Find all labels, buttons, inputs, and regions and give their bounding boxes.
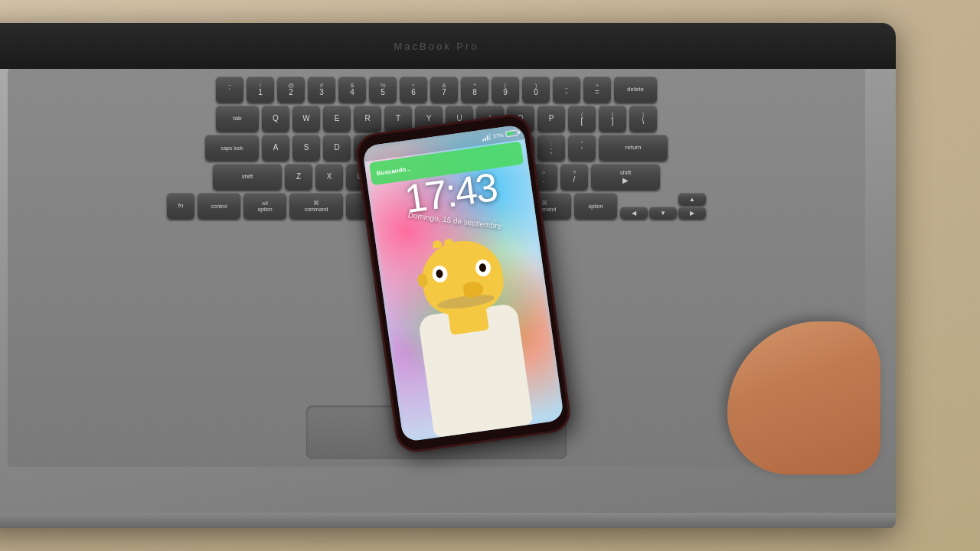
key-plus[interactable]: += (583, 77, 611, 103)
key-slash[interactable]: ?/ (560, 164, 588, 190)
key-q[interactable]: Q (262, 106, 289, 132)
key-s[interactable]: S (292, 135, 320, 161)
key-caps[interactable]: caps lock (205, 135, 259, 161)
key-0[interactable]: )0 (522, 77, 550, 103)
key-fn[interactable]: fn (167, 193, 194, 219)
key-option-left[interactable]: alt option (243, 193, 286, 219)
homer-hair-2 (443, 238, 453, 247)
macbook-brand: MacBook Pro (394, 41, 479, 52)
key-a[interactable]: A (262, 135, 289, 161)
key-control[interactable]: control (198, 193, 240, 219)
key-command-left[interactable]: ⌘ command (289, 193, 343, 219)
key-r[interactable]: R (354, 106, 381, 132)
key-quote[interactable]: "' (568, 135, 596, 161)
key-7[interactable]: &7 (430, 77, 458, 103)
key-shift-right[interactable]: shift ▶ (591, 164, 660, 190)
key-semicolon[interactable]: :; (537, 135, 565, 161)
key-option-right[interactable]: option (574, 193, 617, 219)
key-arrow-down[interactable]: ▼ (649, 207, 677, 219)
key-p[interactable]: P (537, 106, 565, 132)
key-arrow-up[interactable]: ▲ (678, 193, 706, 205)
key-z[interactable]: Z (285, 164, 312, 190)
scene: MacBook Pro ~` !1 @2 #3 $4 %5 ^6 &7 *8 (… (0, 0, 980, 551)
key-arrow-right[interactable]: ▶ (678, 207, 706, 219)
key-2[interactable]: @2 (277, 77, 305, 103)
homer-hair-1 (432, 240, 442, 249)
key-row-numbers: ~` !1 @2 #3 $4 %5 ^6 &7 *8 (9 )0 _- += d… (15, 77, 858, 103)
homer-eye-right (475, 259, 492, 278)
key-9[interactable]: (9 (492, 77, 519, 103)
homer-pupil-right (479, 263, 486, 272)
key-d[interactable]: D (323, 135, 351, 161)
key-bracket-open[interactable]: {[ (568, 106, 596, 132)
key-8[interactable]: *8 (461, 77, 488, 103)
key-minus[interactable]: _- (553, 77, 580, 103)
battery-percent-text: 37% (492, 132, 504, 139)
key-bracket-close[interactable]: }] (599, 106, 626, 132)
key-w[interactable]: W (292, 106, 320, 132)
key-tab[interactable]: tab (216, 106, 259, 132)
battery-tip (518, 131, 521, 134)
signal-bar-1 (482, 139, 484, 141)
key-delete[interactable]: delete (614, 77, 657, 103)
key-4[interactable]: $4 (338, 77, 366, 103)
key-tilde[interactable]: ~` (216, 77, 243, 103)
key-6[interactable]: ^6 (400, 77, 427, 103)
notification-text: Buscando... (376, 165, 411, 177)
homer-ear (416, 273, 428, 289)
homer-eye-left (431, 265, 449, 284)
key-return[interactable]: return (599, 135, 668, 161)
key-3[interactable]: #3 (308, 77, 335, 103)
battery-fill (507, 132, 514, 135)
key-e[interactable]: E (323, 106, 351, 132)
key-arrow-left[interactable]: ◀ (620, 207, 648, 219)
macbook-top-bar: MacBook Pro (0, 23, 896, 69)
phone-screen[interactable]: 37% Buscando... 17:43 Domingo, 15 de sep… (362, 124, 564, 442)
key-backslash[interactable]: |\ (629, 106, 657, 132)
key-t[interactable]: T (384, 106, 412, 132)
key-shift-left[interactable]: shift (213, 164, 282, 190)
battery-icon (505, 129, 518, 137)
signal-bar-4 (488, 133, 491, 140)
homer-pupil-left (436, 269, 443, 279)
macbook-bottom (0, 513, 896, 528)
key-x[interactable]: X (315, 164, 343, 190)
key-1[interactable]: !1 (247, 77, 274, 103)
key-5[interactable]: %5 (369, 77, 397, 103)
signal-bars (482, 133, 491, 141)
